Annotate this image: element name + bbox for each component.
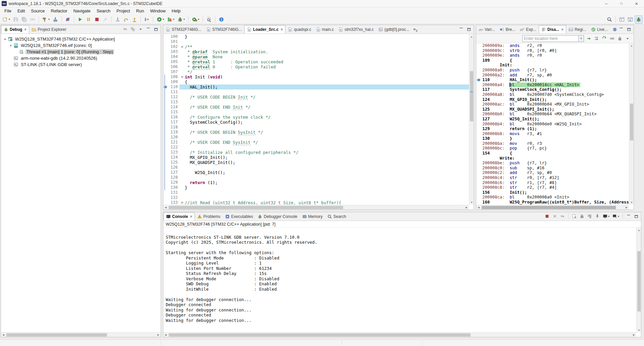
console-horizontal-scrollbar[interactable] [163, 332, 636, 337]
code-line-113[interactable]: 113 [163, 100, 469, 105]
view-tab-problems[interactable]: Problems [195, 212, 223, 221]
code-line-121[interactable]: 121 /* USER CODE END SysInit */ [163, 140, 469, 145]
disasm-source-line-130[interactable]: 130 } [476, 136, 629, 141]
scroll-right-arrow[interactable] [632, 333, 636, 337]
minimize-view-button[interactable] [625, 213, 632, 220]
minimize-window-button[interactable] [599, 0, 614, 7]
debug-horizontal-scrollbar[interactable] [1, 332, 161, 337]
disasm-line-200008b0[interactable]: 200008b0: bl 0x20000b64 <MX_QUADSPI_Init… [476, 112, 629, 117]
close-tab-icon[interactable]: × [190, 214, 192, 219]
scroll-lock-button[interactable] [578, 213, 586, 220]
fold-toggle-icon[interactable]: ⊖ [179, 44, 185, 49]
disasm-source-line-156[interactable]: 156 Init(); [476, 190, 629, 195]
disasm-line-200008bc[interactable]: 200008bc: pop {r7, pc} [476, 146, 629, 151]
editor-tab-main-c[interactable]: cmain.c [314, 25, 336, 34]
fold-toggle-icon[interactable]: ⊖ [179, 74, 185, 79]
scrollbar-thumb[interactable] [6, 333, 107, 337]
code-line-106[interactable]: 106 * @retval 0 : Operation failed [163, 64, 469, 69]
code-line-114[interactable]: 114 /* USER CODE END Init */ [163, 105, 469, 110]
external-tools-button[interactable]: ▾ [191, 15, 201, 23]
disasm-line-200008b4[interactable]: 200008b4: bl 0x20000de0 <W25Q_Init> [476, 122, 629, 127]
view-tab-exp[interactable]: (x)Exp... [518, 25, 539, 34]
scroll-left-arrow[interactable] [163, 333, 168, 337]
code-line-116[interactable]: 116 /* Configure the system clock */ [163, 115, 469, 120]
code-line-105[interactable]: 105 * @retval 1 : Operation succeeded [163, 59, 469, 64]
disasm-line-200008b8[interactable]: 200008b8: movs r3, #1 [476, 131, 629, 136]
code-line-132[interactable]: 132 [163, 195, 469, 200]
disasm-source-line-129[interactable]: 129 return (1); [476, 126, 629, 131]
scroll-right-arrow[interactable] [156, 333, 161, 337]
disasm-label-init[interactable]: Init: [476, 63, 629, 68]
tree-item-arm-none-eabi-gdb-14-2-90-20240526[interactable]: arm-none-eabi-gdb (14.2.90.20240526) [1, 55, 161, 61]
maximize-view-button[interactable] [465, 26, 473, 33]
disassembly-view-menu-button[interactable] [624, 35, 631, 42]
code-line-122[interactable]: 122 [163, 145, 469, 150]
close-window-button[interactable] [629, 0, 644, 7]
skip-all-breakpoints-button[interactable] [64, 15, 72, 23]
expand-chevron-icon[interactable]: ▾ [8, 44, 13, 47]
step-over-button[interactable] [122, 15, 130, 23]
menu-edit[interactable]: Edit [14, 7, 28, 15]
link-with-debug-context-button[interactable] [608, 35, 616, 42]
disasm-line-200008c8[interactable]: 200008c8: str r2, [r7, #4] [476, 185, 629, 190]
debug-perspective-button[interactable] [635, 15, 643, 23]
code-line-127[interactable]: 127 W25Q_Init(); [163, 170, 469, 175]
collapse-all-button[interactable] [129, 26, 137, 33]
close-tab-icon[interactable]: × [280, 27, 283, 32]
disasm-line-200008a2[interactable]: 200008a2: add r7, sp, #0 [476, 73, 629, 78]
view-tab-debugger-console[interactable]: Debugger Console [255, 212, 300, 221]
disassembly-listing[interactable]: 2000089a: ands r2, r02000089c: strb r0, … [476, 43, 629, 205]
code-line-117[interactable]: 117 SystemClock_Config(); [163, 120, 469, 125]
menu-refactor[interactable]: Refactor [48, 7, 70, 15]
disasm-source-line-124[interactable]: 124 MX_GPIO_Init(); [476, 97, 629, 102]
menu-source[interactable]: Source [28, 7, 48, 15]
feedback-info-button[interactable] [217, 15, 225, 23]
disasm-line-200008a8[interactable]: 200008a8: bl 0x200007d0 <SystemClock_Con… [476, 92, 629, 97]
disasm-line-200008c4[interactable]: 200008c4: str r0, [r7, #12] [476, 175, 629, 180]
disasm-line-2000089c[interactable]: 2000089c: strb r0, [r0, #0] [476, 48, 629, 53]
disconnect-button[interactable] [101, 15, 109, 23]
location-input[interactable] [522, 35, 579, 42]
minimize-view-button[interactable] [145, 26, 152, 33]
view-tab-debug[interactable]: Debug× [1, 25, 29, 34]
scroll-right-arrow[interactable] [464, 205, 469, 210]
suspend-button[interactable] [85, 15, 93, 23]
code-line-107[interactable]: 107 */ [163, 69, 469, 74]
code-line-130[interactable]: 130} [163, 185, 469, 190]
word-wrap-button[interactable] [586, 213, 593, 220]
console-vertical-scrollbar[interactable] [636, 228, 641, 332]
scrollbar-thumb[interactable] [470, 71, 473, 121]
save-button[interactable] [12, 15, 20, 23]
program-flash-button[interactable] [51, 15, 59, 23]
menu-file[interactable]: File [1, 7, 14, 15]
scroll-lock-button[interactable] [616, 35, 624, 42]
disasm-source-line-160[interactable]: 160 W25Q_ProgramRaw((uint8_t*)Buffer, Si… [476, 200, 629, 205]
code-line-101[interactable]: 101 [163, 39, 469, 44]
menu-run[interactable]: Run [133, 7, 147, 15]
disassembly-vertical-scrollbar[interactable] [629, 43, 634, 205]
maximize-view-button[interactable] [625, 26, 633, 33]
dropdown-arrow-icon[interactable]: ▾ [608, 215, 609, 218]
expand-chevron-icon[interactable]: ▾ [2, 38, 8, 41]
view-tab-memory[interactable]: Memory [300, 212, 325, 221]
console-output[interactable]: STMicroelectronics ST-LINK GDB server. V… [163, 228, 636, 332]
disasm-line-200008c0[interactable]: 200008c0: sub sp, #16 [476, 166, 629, 171]
cpp-perspective-button[interactable]: C [626, 15, 634, 23]
dropdown-arrow-icon[interactable]: ▾ [9, 18, 10, 21]
code-line-112[interactable]: 112 /* USER CODE BEGIN Init */ [163, 95, 469, 100]
view-tab-search[interactable]: Search [325, 212, 348, 221]
close-tab-icon[interactable]: × [561, 27, 564, 32]
disasm-line-2000089a[interactable]: 2000089a: ands r2, r0 [476, 43, 629, 48]
dropdown-arrow-icon[interactable]: ▾ [48, 18, 50, 21]
menu-help[interactable]: Help [169, 7, 184, 15]
scrollbar-thumb[interactable] [482, 206, 616, 209]
code-line-102[interactable]: 102⊖/** [163, 44, 469, 49]
remove-launch-button[interactable] [551, 213, 558, 220]
view-tab-vari[interactable]: (x)=Vari... [476, 25, 497, 34]
scroll-right-arrow[interactable] [624, 205, 629, 210]
editor-tab-loader-src-c[interactable]: cLoader_Src.c× [244, 25, 285, 34]
save-all-button[interactable] [20, 15, 28, 23]
tree-item-thread-1-main-1-core-0-running-step[interactable]: Thread #1 [main] 1 [core: 0] (Running : … [1, 49, 161, 55]
disasm-source-line-117[interactable]: 117 SystemClock_Config(); [476, 87, 629, 92]
debug-launch-tree[interactable]: ▾W25Q128_STM32F746 [STM32 C/C++ Applicat… [1, 34, 161, 332]
